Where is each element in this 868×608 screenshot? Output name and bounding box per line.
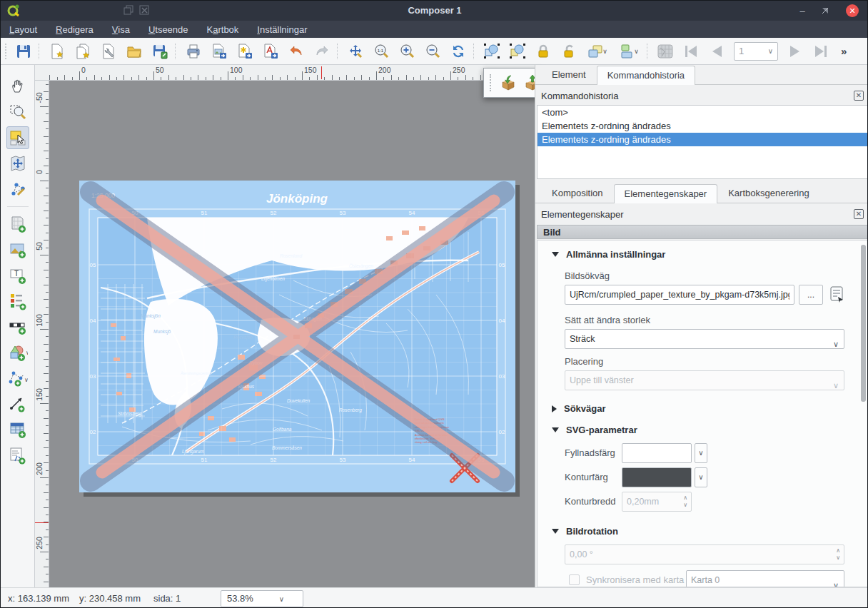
atlas-page-combo[interactable]: 1∨ [734, 42, 778, 61]
duplicate-composition-button[interactable] [73, 41, 93, 61]
image-path-label: Bildsökväg [565, 270, 610, 281]
resize-mode-combo[interactable]: Sträck∨ [565, 329, 844, 349]
composition-manager-button[interactable] [99, 41, 118, 61]
history-item[interactable]: <tom> [538, 106, 867, 119]
history-item[interactable]: Elementets z-ordning ändrades [538, 119, 867, 133]
select-all-items-button[interactable] [482, 41, 502, 61]
fill-color-dropdown[interactable]: ∨ [695, 443, 707, 463]
stroke-width-label: Konturbredd [565, 496, 616, 507]
command-history-list[interactable]: <tom>Elementets z-ordning ändradesElemen… [537, 105, 868, 179]
add-arrow-tool-button[interactable] [6, 392, 29, 415]
menu-visa[interactable]: Visa [112, 24, 130, 35]
map-place-label: Liljeholmen [261, 276, 285, 282]
save-project-button[interactable] [14, 41, 34, 61]
rotation-section-header[interactable]: Bildrotation [552, 526, 618, 537]
item-type-header: Bild [537, 225, 868, 239]
zoom-actual-button[interactable]: 1:1 [371, 41, 391, 61]
lock-items-button[interactable] [533, 41, 553, 61]
add-attribute-table-tool-button[interactable] [6, 418, 29, 441]
placement-combo[interactable]: Uppe till vänster∨ [565, 370, 844, 390]
load-template-button[interactable] [124, 41, 144, 61]
align-items-button[interactable]: ∨ [616, 41, 642, 61]
move-item-content-tool-button[interactable] [6, 152, 29, 175]
svg-text:04: 04 [499, 318, 505, 324]
sync-map-combo[interactable]: Karta 0∨ [686, 570, 844, 587]
raise-items-button[interactable]: ∨ [585, 41, 610, 61]
zoom-full-button[interactable] [345, 41, 365, 61]
zoom-out-button[interactable] [423, 41, 443, 61]
properties-scrollbar[interactable] [861, 245, 866, 402]
menu-utseende[interactable]: Utseende [148, 24, 188, 35]
paths-section-header[interactable]: Sökvägar [552, 403, 606, 414]
unlock-items-button[interactable] [559, 41, 579, 61]
new-composition-button[interactable] [47, 41, 67, 61]
rotation-spinbox[interactable]: 0,00 °∧∨ [565, 544, 844, 564]
add-nodes-item-tool-button[interactable]: ∨ [6, 367, 29, 390]
add-scalebar-tool-button[interactable] [6, 315, 29, 338]
composition-page[interactable]: Jönköping 1:25 000 [79, 181, 515, 492]
pan-tool-button[interactable] [6, 75, 29, 98]
svg-text:51: 51 [201, 210, 208, 216]
tab-element[interactable]: Element [541, 65, 597, 84]
menu-inställningar[interactable]: Inställningar [257, 24, 307, 35]
stroke-color-swatch[interactable] [622, 467, 692, 487]
browse-button[interactable]: ... [799, 285, 823, 305]
composition-canvas[interactable]: Jönköping 1:25 000 [49, 81, 535, 587]
menu-kartbok[interactable]: Kartbok [207, 24, 239, 35]
atlas-prev-button[interactable] [707, 41, 727, 61]
add-image-tool-button[interactable] [6, 238, 29, 261]
toolbar-drag-handle[interactable] [490, 74, 493, 91]
add-shape-tool-button[interactable]: ∨ [6, 341, 29, 364]
svg-params-section-header[interactable]: SVG-parametrar [552, 425, 637, 435]
export-image-button[interactable] [209, 41, 229, 61]
data-defined-override-icon[interactable] [829, 285, 847, 304]
general-section-header[interactable]: Allmänna inställningar [552, 249, 665, 260]
zoom-level-combo[interactable]: 53.8% ∨ [221, 590, 303, 607]
atlas-last-button[interactable] [811, 41, 831, 61]
atlas-next-button[interactable] [785, 41, 805, 61]
map-place-label: Golfbana [273, 427, 292, 432]
history-item[interactable]: Elementets z-ordning ändrades [538, 133, 867, 146]
close-button[interactable]: ✕ [846, 4, 859, 17]
export-pdf-button[interactable] [261, 41, 281, 61]
svg-text:03: 03 [499, 373, 505, 380]
properties-panel-title: Elementegenskaper [541, 209, 624, 220]
properties-close-icon[interactable]: ✕ [854, 209, 864, 219]
history-close-icon[interactable]: ✕ [854, 91, 864, 101]
add-html-frame-tool-button[interactable] [6, 444, 29, 467]
atlas-preview-button[interactable] [655, 41, 675, 61]
edit-nodes-tool-button[interactable] [6, 178, 29, 201]
undo-button[interactable] [286, 41, 306, 61]
maximize-button[interactable] [819, 4, 832, 17]
add-map-tool-button[interactable] [6, 213, 29, 235]
save-template-button[interactable] [150, 41, 170, 61]
redo-button[interactable] [312, 41, 332, 61]
sync-map-checkbox[interactable] [569, 574, 580, 585]
menu-redigera[interactable]: Redigera [56, 24, 94, 35]
add-label-tool-button[interactable]: T [6, 264, 29, 287]
invert-selection-button[interactable] [508, 41, 528, 61]
collapse-icon [552, 252, 559, 257]
menu-layout[interactable]: Layout [9, 24, 37, 35]
refresh-view-button[interactable] [448, 41, 468, 61]
svg-text:53: 53 [340, 457, 346, 463]
print-button[interactable] [183, 41, 203, 61]
toolbar-overflow-button[interactable]: » [841, 45, 847, 57]
tab-kartboksgenerering[interactable]: Kartboksgenerering [717, 183, 819, 203]
sync-map-label: Synkronisera med karta [586, 574, 684, 585]
export-svg-button[interactable] [235, 41, 255, 61]
fill-color-swatch[interactable] [622, 443, 692, 463]
group-items-button[interactable] [498, 73, 518, 93]
stroke-width-spinbox[interactable]: 0,20mm∧∨ [622, 492, 692, 512]
select-move-item-tool-button[interactable] [6, 126, 29, 149]
zoom-in-button[interactable] [397, 41, 417, 61]
stroke-color-dropdown[interactable]: ∨ [695, 467, 707, 487]
tab-elementegenskaper[interactable]: Elementegenskaper [614, 184, 718, 203]
minimize-button[interactable]: – [796, 4, 809, 17]
tab-komposition[interactable]: Komposition [541, 183, 614, 203]
atlas-first-button[interactable] [681, 41, 701, 61]
image-path-input[interactable] [565, 285, 794, 305]
tab-kommandohistoria[interactable]: Kommandohistoria [597, 66, 695, 85]
add-legend-tool-button[interactable] [6, 290, 29, 313]
zoom-tool-button[interactable] [6, 101, 29, 123]
